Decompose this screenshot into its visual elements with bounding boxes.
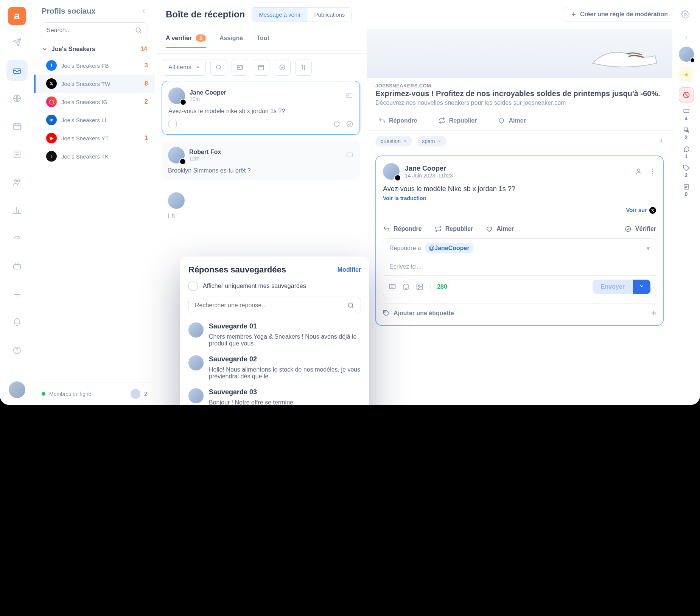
block-icon[interactable] [679, 87, 694, 103]
emoji-icon[interactable] [402, 283, 410, 291]
contact-avatar[interactable] [679, 47, 694, 62]
current-user-avatar[interactable] [9, 381, 25, 398]
collapse-panel-icon[interactable] [140, 8, 147, 15]
mark-done-icon[interactable] [346, 120, 353, 128]
nav-users-icon[interactable] [6, 172, 28, 193]
favorite-icon[interactable]: ★ [679, 67, 694, 82]
svg-point-19 [652, 169, 653, 170]
nav-note-icon[interactable] [6, 144, 28, 165]
avatar [188, 322, 204, 338]
action-reply[interactable]: Répondre [378, 117, 417, 124]
seg-upcoming[interactable]: Message à venir [252, 7, 308, 22]
profile-item-fb[interactable]: fJoe's Sneakers FB3 [34, 56, 155, 75]
reply-to-handle[interactable]: @JaneCooper [425, 243, 473, 253]
saved-replies-search[interactable] [188, 297, 361, 314]
send-dropdown-icon[interactable] [633, 280, 650, 294]
saved-reply-icon[interactable] [389, 283, 396, 291]
reply-to-chevron-icon[interactable]: ▾ [647, 245, 650, 252]
tab-all[interactable]: Tout [257, 34, 269, 48]
tab-verify[interactable]: A verifier3 [166, 34, 206, 48]
profiles-search[interactable] [41, 22, 148, 38]
profile-item-ig[interactable]: ◯Joe's Sneakers IG2 [34, 93, 155, 111]
twitter-x-icon: 𝕏 [46, 78, 57, 89]
send-button[interactable]: Envoyer [593, 280, 650, 294]
toolbar-search-icon[interactable] [210, 59, 227, 76]
nav-bell-icon[interactable] [6, 312, 28, 333]
saved-reply-item[interactable]: Sauvegarde 03Bonjour ! Notre offre se te… [188, 388, 361, 405]
message-card[interactable]: Jane Cooper10m Avez-vous le modèle nike … [162, 81, 360, 135]
profile-item-tw[interactable]: 𝕏Joe's Sneakers TW8 [34, 75, 155, 93]
message-card[interactable]: I h [162, 186, 360, 226]
comment-icon [683, 146, 690, 152]
contact-card-icon[interactable] [345, 152, 354, 159]
social-profiles-panel: Profils sociaux Joe's Sneakers 14 fJoe's… [34, 0, 155, 405]
nav-calendar-icon[interactable] [6, 116, 28, 137]
image-icon[interactable] [416, 283, 423, 291]
seg-posts[interactable]: Publications [307, 8, 352, 22]
reply-textarea[interactable]: Ecrivez ici... [383, 258, 656, 275]
toolbar-sort-icon[interactable] [295, 59, 312, 76]
tag-chip[interactable]: question× [375, 136, 412, 146]
profiles-search-input[interactable] [47, 27, 135, 34]
rc-action-reply[interactable]: Répondre [383, 226, 422, 232]
svg-point-21 [652, 173, 653, 174]
profiles-folder[interactable]: Joe's Sneakers 14 [34, 42, 155, 56]
rc-action-like[interactable]: Aimer [486, 226, 513, 232]
rc-action-repost[interactable]: Republier [435, 226, 473, 232]
view-translation-link[interactable]: Voir la traduction [383, 195, 656, 201]
settings-gear-icon[interactable] [681, 10, 689, 19]
reply-date: 14 Juin 2023, 11h23 [405, 173, 453, 179]
nav-chart-icon[interactable] [6, 200, 28, 221]
nav-library-icon[interactable] [6, 256, 28, 277]
select-checkbox[interactable] [168, 120, 177, 128]
tag-chip[interactable]: spam× [417, 136, 446, 146]
nav-gauge-icon[interactable] [6, 228, 28, 249]
svg-rect-12 [259, 65, 264, 70]
collapse-right-rail-icon[interactable] [683, 34, 690, 41]
contact-card-icon[interactable] [345, 92, 353, 99]
tab-assigned[interactable]: Assigné [219, 34, 243, 48]
online-member-avatar[interactable] [131, 389, 140, 399]
view-on-network-link[interactable]: Voir sur𝕏 [383, 207, 656, 214]
only-mine-checkbox[interactable] [188, 282, 198, 291]
profile-item-yt[interactable]: ▶Joe's Sneakers YT1 [34, 129, 155, 147]
remove-tag-icon[interactable]: × [404, 138, 407, 144]
nav-inbox-icon[interactable] [6, 60, 28, 81]
nav-plus-icon[interactable] [6, 284, 28, 305]
network-badge-icon [179, 158, 186, 165]
add-tag-icon[interactable]: + [659, 136, 664, 146]
more-menu-icon[interactable] [649, 168, 656, 175]
add-tag-plus-icon[interactable]: + [651, 308, 656, 318]
remove-tag-icon[interactable]: × [438, 138, 441, 144]
create-moderation-rule-button[interactable]: Créer une règle de modération [564, 7, 674, 22]
caret-down-icon [196, 65, 200, 70]
toolbar-check-icon[interactable] [274, 59, 291, 76]
saved-replies-search-input[interactable] [195, 302, 347, 309]
action-like[interactable]: Aimer [498, 117, 526, 124]
edit-saved-replies-link[interactable]: Modifier [338, 266, 361, 273]
chevron-down-icon [42, 46, 48, 52]
toolbar-contact-icon[interactable] [232, 59, 248, 76]
profile-item-li[interactable]: inJoe's Sneakers LI [34, 111, 155, 129]
message-card[interactable]: Robert Fox12m Brooklyn Simmons es-tu prê… [162, 141, 360, 180]
user-icon[interactable] [635, 168, 642, 175]
toolbar-calendar-icon[interactable] [253, 59, 269, 76]
folder-count: 14 [140, 46, 147, 53]
profiles-footer: Membres en ligne 2 [34, 383, 155, 405]
nav-globe-icon[interactable] [6, 88, 28, 109]
page-title: Boîte de réception [166, 9, 245, 20]
profile-item-tk[interactable]: ♪Joe's Sneakers TK [34, 147, 155, 165]
heart-icon [486, 226, 493, 232]
filter-dropdown[interactable]: All items [163, 59, 206, 76]
like-icon[interactable] [333, 120, 341, 128]
profiles-panel-title: Profils sociaux [42, 7, 95, 16]
svg-point-16 [347, 121, 353, 127]
nav-help-icon[interactable] [6, 340, 28, 361]
nav-send-icon[interactable] [6, 32, 28, 53]
action-repost[interactable]: Republier [439, 117, 477, 124]
saved-reply-item[interactable]: Sauvegarde 02Hello! Nous alimentons le s… [188, 355, 361, 380]
avatar [188, 388, 204, 403]
rc-action-verify[interactable]: Vérifier [625, 226, 656, 232]
add-tag-label[interactable]: Ajouter une étiquette [394, 310, 454, 317]
saved-reply-item[interactable]: Sauvegarde 01Chers membres Yoga & Sneake… [188, 322, 361, 347]
